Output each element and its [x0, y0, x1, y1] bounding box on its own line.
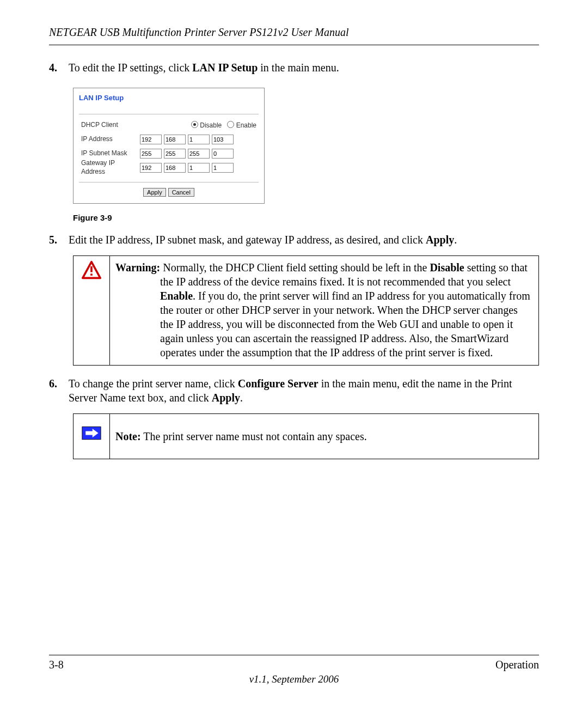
figure-lan-ip-setup: LAN IP Setup DHCP Client Disable Enable …	[73, 88, 539, 204]
figure-caption: Figure 3-9	[73, 212, 539, 223]
bold-term: Configure Server	[238, 378, 318, 389]
page-footer: 3-8 Operation v1.1, September 2006	[49, 655, 539, 686]
panel-body: DHCP Client Disable Enable IP Address	[79, 114, 259, 182]
gw-octet-2[interactable]	[164, 163, 186, 173]
text: To change the print server name, click	[69, 378, 238, 389]
ip-address-fields	[140, 135, 234, 144]
bold-term: Apply	[426, 234, 454, 246]
ip-octet-4[interactable]	[212, 135, 234, 144]
mask-octet-2[interactable]	[164, 149, 186, 159]
gateway-label: Gateway IP Address	[81, 159, 140, 176]
dhcp-radio-group: Disable Enable	[140, 120, 256, 130]
step-4: 4. To edit the IP settings, click LAN IP…	[49, 60, 539, 75]
text: To edit the IP settings, click	[69, 62, 192, 74]
dhcp-enable-option[interactable]: Enable	[227, 120, 256, 130]
step-number: 4.	[49, 60, 69, 75]
radio-label: Disable	[200, 121, 222, 129]
warning-label: Warning:	[115, 261, 160, 273]
text: .	[240, 392, 243, 404]
page-header: NETGEAR USB Multifunction Printer Server…	[49, 25, 539, 45]
mask-octet-1[interactable]	[140, 149, 162, 159]
dhcp-disable-option[interactable]: Disable	[191, 120, 222, 130]
note-label: Note:	[115, 430, 141, 442]
subnet-fields	[140, 149, 234, 159]
lan-ip-setup-panel: LAN IP Setup DHCP Client Disable Enable …	[73, 88, 265, 204]
footer-rule	[49, 655, 539, 655]
text: Edit the IP address, IP subnet mask, and…	[69, 234, 426, 246]
arrow-note-icon	[82, 426, 101, 440]
ip-address-row: IP Address	[81, 134, 256, 145]
radio-checked-icon	[191, 121, 198, 128]
bold-term: Disable	[430, 261, 464, 273]
mask-octet-4[interactable]	[212, 149, 234, 159]
bold-term: LAN IP Setup	[192, 62, 258, 74]
note-callout: Note: The print server name must not con…	[73, 413, 539, 459]
chapter-name: Operation	[495, 658, 539, 672]
dhcp-label: DHCP Client	[81, 121, 140, 130]
bold-term: Apply	[212, 392, 240, 404]
step-text: To change the print server name, click C…	[69, 376, 539, 405]
svg-rect-2	[90, 274, 93, 276]
note-icon-cell	[74, 414, 110, 459]
step-6: 6. To change the print server name, clic…	[49, 376, 539, 405]
mask-octet-3[interactable]	[188, 149, 210, 159]
subnet-row: IP Subnet Mask	[81, 148, 256, 159]
warning-icon-cell	[74, 256, 110, 365]
apply-button[interactable]: Apply	[143, 188, 166, 197]
gateway-row: Gateway IP Address	[81, 162, 256, 173]
subnet-label: IP Subnet Mask	[81, 149, 140, 158]
ip-address-label: IP Address	[81, 135, 140, 144]
step-text: To edit the IP settings, click LAN IP Se…	[69, 60, 539, 75]
radio-label: Enable	[236, 121, 256, 129]
gw-octet-1[interactable]	[140, 163, 162, 173]
ip-octet-2[interactable]	[164, 135, 186, 144]
gateway-fields	[140, 163, 234, 173]
steps-list-2: 5. Edit the IP address, IP subnet mask, …	[49, 233, 539, 247]
steps-list-3: 6. To change the print server name, clic…	[49, 376, 539, 405]
manual-page: NETGEAR USB Multifunction Printer Server…	[0, 0, 588, 706]
step-number: 5.	[49, 233, 69, 247]
ip-octet-1[interactable]	[140, 135, 162, 144]
radio-unchecked-icon	[227, 121, 234, 128]
svg-rect-1	[90, 266, 93, 272]
text: The print server name must not contain a…	[141, 430, 367, 442]
text: . If you do, the print server will find …	[160, 290, 530, 358]
steps-list: 4. To edit the IP settings, click LAN IP…	[49, 60, 539, 75]
text: .	[454, 234, 457, 246]
panel-title: LAN IP Setup	[79, 94, 259, 103]
gw-octet-4[interactable]	[212, 163, 234, 173]
ip-octet-3[interactable]	[188, 135, 210, 144]
text: in the main menu.	[258, 62, 339, 74]
step-5: 5. Edit the IP address, IP subnet mask, …	[49, 233, 539, 247]
version-date: v1.1, September 2006	[49, 673, 539, 686]
text: Normally, the DHCP Client field setting …	[160, 261, 430, 273]
note-text: Note: The print server name must not con…	[110, 414, 538, 459]
step-number: 6.	[49, 376, 69, 405]
page-number: 3-8	[49, 658, 64, 672]
bold-term: Enable	[160, 290, 193, 302]
step-text: Edit the IP address, IP subnet mask, and…	[69, 233, 539, 247]
warning-callout: Warning: Normally, the DHCP Client field…	[73, 255, 539, 366]
footer-row: 3-8 Operation	[49, 658, 539, 672]
cancel-button[interactable]: Cancel	[168, 188, 194, 197]
panel-buttons: Apply Cancel	[79, 188, 259, 197]
dhcp-row: DHCP Client Disable Enable	[81, 120, 256, 131]
gw-octet-3[interactable]	[188, 163, 210, 173]
warning-text: Warning: Normally, the DHCP Client field…	[110, 256, 538, 365]
warning-icon	[82, 260, 101, 280]
